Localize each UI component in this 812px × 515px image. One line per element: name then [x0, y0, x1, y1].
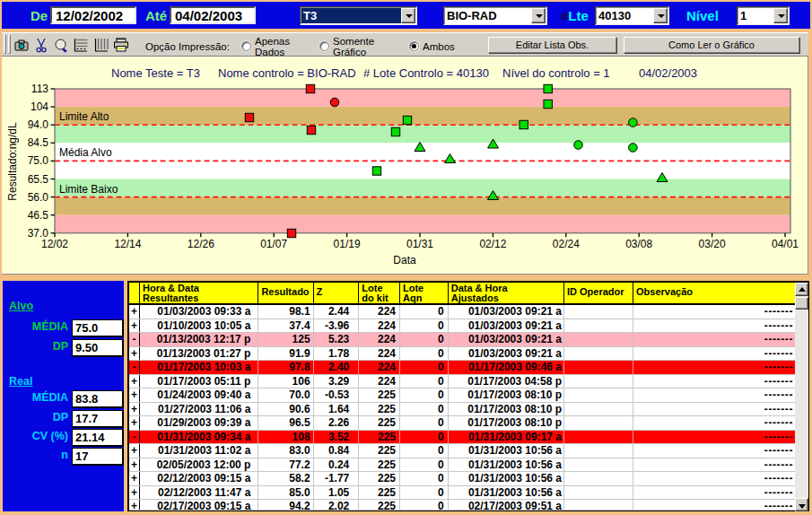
svg-text:03/08: 03/08	[625, 238, 652, 250]
svg-text:Nível do controlo = 1: Nível do controlo = 1	[502, 66, 610, 80]
svg-text:65.5: 65.5	[28, 173, 49, 186]
svg-text:04/01: 04/01	[772, 238, 799, 250]
svg-text:56.0: 56.0	[28, 191, 49, 204]
svg-text:75.0: 75.0	[28, 154, 49, 167]
svg-text:46.5: 46.5	[28, 209, 49, 222]
svg-text:02/24: 02/24	[553, 238, 580, 250]
svg-text:104: 104	[31, 100, 48, 113]
svg-text:# Lote Controlo = 40130: # Lote Controlo = 40130	[363, 66, 489, 80]
svg-text:12/02: 12/02	[41, 238, 68, 250]
svg-text:84.5: 84.5	[28, 136, 49, 149]
svg-text:01/07: 01/07	[260, 238, 287, 250]
svg-text:04/02/2003: 04/02/2003	[639, 66, 697, 80]
svg-text:113: 113	[31, 83, 48, 95]
svg-text:12/14: 12/14	[114, 238, 141, 250]
svg-text:Limite Alto: Limite Alto	[59, 110, 109, 123]
svg-text:94.0: 94.0	[28, 118, 49, 131]
svg-text:01/19: 01/19	[334, 238, 361, 250]
svg-text:Nome controlo = BIO-RAD: Nome controlo = BIO-RAD	[218, 66, 356, 80]
svg-text:12/26: 12/26	[188, 238, 214, 250]
svg-text:02/12: 02/12	[479, 238, 506, 250]
svg-text:Resultado:ng/dL: Resultado:ng/dL	[6, 122, 19, 201]
svg-text:03/20: 03/20	[699, 238, 726, 250]
svg-text:Nome Teste = T3: Nome Teste = T3	[111, 66, 200, 80]
svg-text:Média Alvo: Média Alvo	[59, 146, 112, 159]
svg-text:Limite Baixo: Limite Baixo	[59, 183, 118, 196]
svg-text:01/31: 01/31	[406, 238, 433, 250]
svg-text:Data: Data	[393, 254, 416, 266]
